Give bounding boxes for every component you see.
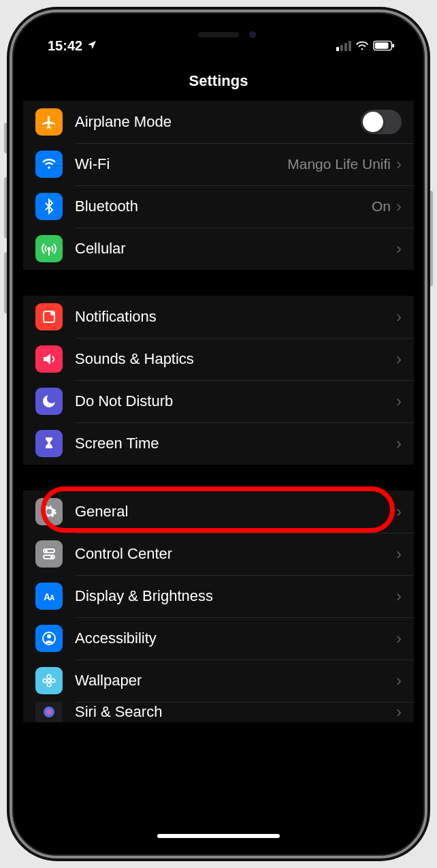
row-general[interactable]: General›: [23, 491, 414, 533]
row-bluetooth[interactable]: BluetoothOn›: [23, 185, 414, 228]
row-label: Do Not Disturb: [75, 392, 396, 410]
row-label: Cellular: [75, 240, 396, 258]
volume-down-button: [4, 252, 8, 313]
chevron-right-icon: ›: [396, 392, 402, 411]
siri-icon: [35, 702, 63, 722]
svg-text:A: A: [50, 594, 54, 602]
row-siri[interactable]: Siri & Search›: [23, 702, 414, 722]
chevron-right-icon: ›: [396, 671, 402, 690]
row-label: Siri & Search: [75, 703, 396, 721]
volume-up-button: [4, 177, 8, 238]
svg-point-17: [48, 679, 50, 682]
row-label: Screen Time: [75, 435, 396, 452]
notch: [133, 23, 304, 46]
battery-icon: [373, 40, 395, 51]
chevron-right-icon: ›: [396, 350, 402, 369]
speaker-icon: [35, 345, 63, 373]
row-display[interactable]: AADisplay & Brightness›: [23, 575, 414, 617]
chevron-right-icon: ›: [396, 197, 402, 216]
svg-point-4: [48, 166, 50, 169]
antenna-icon: [35, 235, 63, 262]
row-label: Sounds & Haptics: [75, 350, 396, 368]
svg-point-10: [45, 550, 48, 553]
person-icon: [35, 625, 63, 652]
row-label: Control Center: [75, 545, 396, 563]
gear-icon: [35, 498, 63, 525]
row-sounds[interactable]: Sounds & Haptics›: [23, 338, 414, 380]
row-airplane-mode[interactable]: Airplane Mode: [23, 101, 414, 143]
row-accessibility[interactable]: Accessibility›: [23, 617, 414, 660]
row-control-center[interactable]: Control Center›: [23, 533, 414, 575]
moon-icon: [35, 388, 63, 415]
chevron-right-icon: ›: [396, 502, 402, 521]
svg-point-0: [361, 48, 363, 50]
row-cellular[interactable]: Cellular›: [23, 228, 414, 270]
chevron-right-icon: ›: [396, 155, 402, 174]
row-label: Wi-Fi: [75, 155, 287, 173]
svg-rect-2: [375, 42, 389, 48]
row-label: Bluetooth: [75, 198, 372, 215]
bluetooth-icon: [35, 193, 63, 220]
chevron-right-icon: ›: [396, 587, 402, 606]
row-screentime[interactable]: Screen Time›: [23, 422, 414, 465]
row-value: On: [372, 198, 391, 215]
svg-point-22: [44, 707, 54, 717]
airplane-mode-toggle[interactable]: [361, 110, 402, 134]
row-notifications[interactable]: Notifications›: [23, 296, 414, 338]
chevron-right-icon: ›: [396, 307, 402, 326]
aa-icon: AA: [35, 583, 63, 610]
row-label: General: [75, 503, 396, 521]
home-indicator[interactable]: [157, 834, 280, 838]
chevron-right-icon: ›: [396, 629, 402, 648]
svg-point-19: [47, 683, 51, 687]
chevron-right-icon: ›: [396, 702, 402, 722]
svg-point-20: [43, 679, 47, 683]
row-value: Mango Life Unifi: [287, 156, 391, 172]
row-wallpaper[interactable]: Wallpaper›: [23, 660, 414, 702]
chevron-right-icon: ›: [396, 239, 402, 258]
screen: 15:42: [23, 23, 414, 845]
settings-group: Notifications›Sounds & Haptics›Do Not Di…: [23, 296, 414, 465]
row-dnd[interactable]: Do Not Disturb›: [23, 380, 414, 422]
svg-point-16: [47, 634, 51, 638]
hourglass-icon: [35, 430, 63, 457]
row-label: Display & Brightness: [75, 587, 396, 605]
row-label: Airplane Mode: [75, 113, 361, 131]
svg-rect-3: [392, 44, 394, 48]
row-wifi[interactable]: Wi-FiMango Life Unifi›: [23, 143, 414, 185]
wifi-icon: [355, 40, 369, 51]
svg-point-21: [51, 679, 55, 683]
switches-icon: [35, 540, 63, 568]
row-label: Notifications: [75, 308, 396, 326]
airplane-icon: [35, 108, 63, 136]
svg-point-18: [47, 675, 51, 679]
cell-signal-icon: [336, 41, 351, 51]
flower-icon: [35, 667, 63, 694]
mute-switch: [4, 123, 8, 153]
chevron-right-icon: ›: [396, 544, 402, 563]
settings-group: Airplane ModeWi-FiMango Life Unifi›Bluet…: [23, 101, 414, 270]
location-icon: [86, 38, 97, 54]
svg-point-8: [50, 311, 54, 315]
power-button: [429, 191, 433, 286]
bell-icon: [35, 303, 63, 330]
chevron-right-icon: ›: [396, 434, 402, 453]
row-label: Accessibility: [75, 630, 396, 647]
status-time: 15:42: [48, 38, 82, 54]
settings-list[interactable]: Airplane ModeWi-FiMango Life Unifi›Bluet…: [23, 101, 414, 845]
svg-point-12: [50, 556, 53, 559]
settings-group: General›Control Center›AADisplay & Brigh…: [23, 491, 414, 722]
row-label: Wallpaper: [75, 672, 396, 689]
phone-frame: 15:42: [10, 10, 427, 858]
wifi-icon: [35, 151, 63, 178]
page-title: Settings: [23, 60, 414, 101]
